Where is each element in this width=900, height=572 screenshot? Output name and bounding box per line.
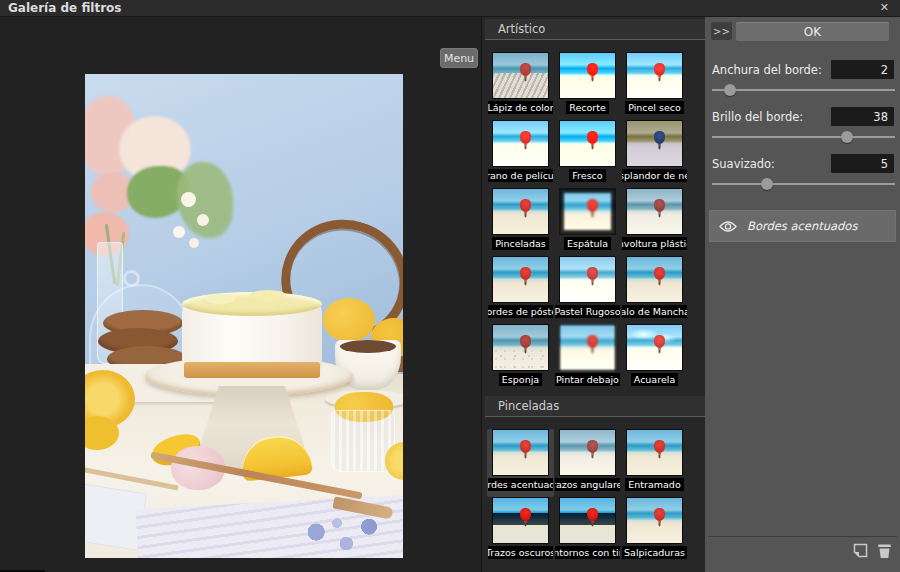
filter-list-panel: Artístico Lápiz de color Recorte [481, 17, 705, 572]
filter-preview-icon [559, 188, 616, 235]
visibility-eye-icon[interactable] [719, 220, 737, 233]
collapse-panel-button[interactable]: >> [711, 22, 732, 40]
filter-label: Lápiz de color [488, 101, 553, 114]
slider-thumb[interactable] [761, 178, 773, 190]
filter-thumbnail[interactable]: Trazos angulares [554, 429, 621, 497]
filter-label: Salpicaduras [622, 546, 687, 559]
filter-thumbnail[interactable]: Fresco [554, 120, 621, 188]
slider-thumb[interactable] [724, 84, 736, 96]
floret [197, 214, 209, 226]
beach-scene-icon [493, 121, 548, 166]
smoothness-slider[interactable] [712, 178, 895, 190]
filter-thumbnail[interactable]: Resplandor de neón [621, 120, 688, 188]
smoothness-value[interactable]: 5 [831, 154, 894, 173]
filter-thumbnail[interactable]: Contornos con tinta [554, 497, 621, 565]
filter-thumbnail[interactable]: Lápiz de color [487, 52, 554, 120]
filter-thumbnail[interactable]: Esponja [487, 324, 554, 392]
edge-width-value[interactable]: 2 [831, 60, 894, 79]
beach-scene-icon [627, 53, 682, 98]
filter-thumbnail[interactable]: Acuarela [621, 324, 688, 392]
filter-preview-icon [492, 52, 549, 99]
floret [181, 192, 196, 207]
filter-label: Bordes acentuados [488, 478, 553, 491]
smoothness-label: Suavizado: [712, 157, 775, 171]
beach-scene-icon [627, 257, 682, 302]
filter-preview-icon [492, 497, 549, 544]
filter-label: Pinceladas [492, 237, 549, 250]
floret [173, 226, 185, 238]
filter-thumbnail[interactable]: Bordes acentuados [487, 429, 554, 497]
artistico-filter-grid: Lápiz de color Recorte Pincel seco [487, 52, 692, 392]
effect-layer-row[interactable]: Bordes acentuados [709, 210, 896, 242]
filter-thumbnail[interactable]: Pastel Rugoso [554, 256, 621, 324]
beach-scene-icon [560, 53, 615, 98]
filter-label: Resplandor de neón [622, 169, 687, 182]
ok-button[interactable]: OK [736, 22, 889, 41]
filter-preview-icon [492, 324, 549, 371]
filter-thumbnail[interactable]: Salpicaduras [621, 497, 688, 565]
menu-button[interactable]: Menu [440, 48, 478, 68]
filter-label: Envoltura plástica [622, 237, 687, 250]
filter-thumbnail[interactable]: Grano de película [487, 120, 554, 188]
filter-preview-icon [559, 120, 616, 167]
slider-thumb[interactable] [841, 131, 853, 143]
edge-width-slider[interactable] [712, 84, 895, 96]
filter-preview-icon [559, 256, 616, 303]
filter-thumbnail[interactable]: Entramado [621, 429, 688, 497]
beach-scene-icon [560, 189, 615, 234]
filter-preview-icon [626, 497, 683, 544]
filter-label: Esponja [499, 373, 542, 386]
filter-thumbnail[interactable]: Espátula [554, 188, 621, 256]
beach-scene-icon [560, 257, 615, 302]
image-preview[interactable] [85, 74, 403, 558]
curd-swirl [250, 290, 286, 301]
filter-label: Espátula [564, 237, 611, 250]
filter-label: Pastel Rugoso [555, 305, 620, 318]
filter-thumbnail[interactable]: Pincel seco [621, 52, 688, 120]
edge-brightness-label: Brillo del borde: [712, 110, 803, 124]
delete-effect-layer-icon[interactable] [877, 542, 892, 563]
filter-thumbnail[interactable]: Recorte [554, 52, 621, 120]
pinceladas-filter-grid: Bordes acentuados Trazos angulares Entra… [487, 429, 692, 565]
beach-scene-icon [493, 498, 548, 543]
beach-scene-icon [627, 189, 682, 234]
close-icon[interactable]: ✕ [877, 0, 892, 16]
edge-brightness-value[interactable]: 38 [831, 107, 894, 126]
filter-preview-icon [626, 429, 683, 476]
filter-thumbnail[interactable]: Pinceladas [487, 188, 554, 256]
layer-actions [851, 542, 892, 563]
filter-preview-icon [626, 52, 683, 99]
edge-width-label: Anchura del borde: [712, 63, 822, 77]
floret [189, 238, 199, 248]
filter-preview-icon [492, 188, 549, 235]
slider-track[interactable] [712, 136, 895, 138]
filter-thumbnail[interactable]: Palo de Manchar [621, 256, 688, 324]
filter-thumbnail[interactable]: Pintar debajo [554, 324, 621, 392]
filter-preview-icon [626, 120, 683, 167]
beach-scene-icon [560, 121, 615, 166]
filter-label: Trazos oscuros [488, 546, 553, 559]
settings-panel: >> OK Anchura del borde: 2 Brillo del bo… [705, 17, 900, 572]
beach-scene-icon [493, 257, 548, 302]
beach-scene-icon [627, 325, 682, 370]
cake-crust [184, 362, 320, 378]
filter-thumbnail[interactable]: Bordes de póster [487, 256, 554, 324]
filter-preview-icon [626, 324, 683, 371]
filter-label: Palo de Manchar [622, 305, 687, 318]
section-header-artistico[interactable]: Artístico [485, 19, 705, 40]
beach-scene-icon [627, 430, 682, 475]
title-bar: Galería de filtros ✕ [0, 0, 900, 17]
slider-track[interactable] [712, 183, 895, 185]
dialog-title: Galería de filtros [8, 1, 121, 15]
edge-brightness-slider[interactable] [712, 131, 895, 143]
coffee [340, 340, 396, 353]
slider-track[interactable] [712, 89, 895, 91]
filter-preview-icon [492, 256, 549, 303]
new-effect-layer-icon[interactable] [851, 543, 868, 563]
filter-preview-icon [559, 324, 616, 371]
beach-scene-icon [560, 430, 615, 475]
filter-preview-icon [559, 52, 616, 99]
filter-thumbnail[interactable]: Trazos oscuros [487, 497, 554, 565]
filter-thumbnail[interactable]: Envoltura plástica [621, 188, 688, 256]
section-header-pinceladas[interactable]: Pinceladas [485, 396, 705, 417]
